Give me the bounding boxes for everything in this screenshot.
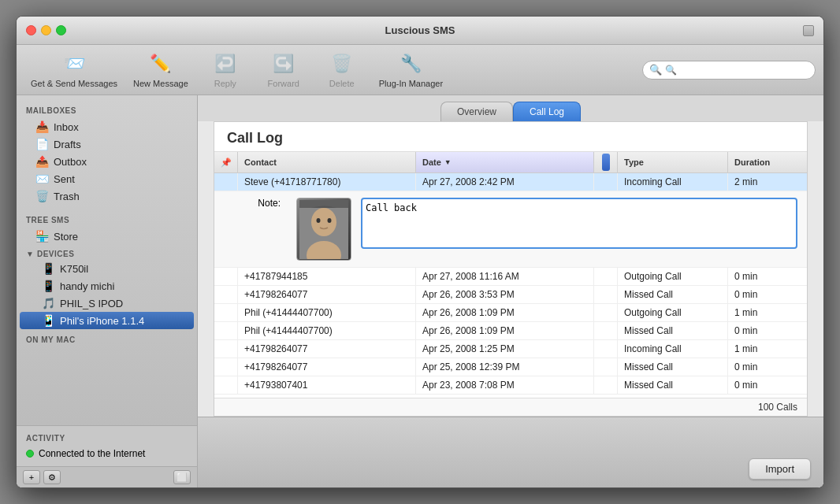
phils-iphone-label: Phil's iPhone 1.1.4 — [60, 315, 144, 327]
col-contact[interactable]: Contact — [238, 152, 416, 172]
handy-michi-icon: 📱 — [42, 280, 55, 292]
delete-label: Delete — [329, 79, 355, 88]
trash-icon: 🗑️ — [35, 190, 49, 202]
delete-button[interactable]: 🗑️ Delete — [314, 48, 370, 91]
forward-button[interactable]: ↪️ Forward — [256, 48, 311, 91]
call-log-area: Call Log 📌 Contact Date — [214, 121, 808, 417]
table-row[interactable]: Steve (+41718771780) Apr 27, 2008 2:42 P… — [214, 173, 807, 191]
window-zoom-control[interactable] — [803, 25, 814, 36]
minimize-button[interactable] — [41, 25, 51, 35]
cell-contact-3: Phil (+41444407700) — [238, 304, 416, 321]
tab-overview[interactable]: Overview — [440, 102, 513, 121]
view-toggle-button[interactable]: ⬜ — [173, 470, 191, 484]
sidebar-item-phil-ipod[interactable]: 🎵 PHIL_S IPOD — [20, 295, 194, 312]
get-send-icon: 📨 — [61, 51, 87, 76]
bottom-panel: Import — [198, 417, 823, 487]
search-input[interactable] — [665, 65, 808, 76]
sidebar-item-inbox[interactable]: 📥 Inbox — [20, 118, 194, 135]
col-pin[interactable]: 📌 — [214, 152, 238, 172]
reply-icon: ↩️ — [213, 51, 238, 76]
tab-overview-label: Overview — [457, 106, 496, 117]
sidebar-item-drafts[interactable]: 📄 Drafts — [20, 135, 194, 153]
add-button[interactable]: + — [23, 470, 40, 484]
table-row[interactable]: Phil (+41444407700) Apr 26, 2008 1:09 PM… — [214, 322, 807, 340]
cell-sort-0 — [594, 173, 618, 191]
col-date[interactable]: Date ▼ — [416, 152, 594, 172]
forward-icon: ↪️ — [271, 51, 296, 76]
sidebar-item-outbox[interactable]: 📤 Outbox — [20, 153, 194, 170]
reply-label: Reply — [214, 79, 236, 88]
note-label-area: Note: — [224, 198, 287, 209]
tab-bar: Overview Call Log — [198, 95, 823, 121]
cell-duration-3: 1 min — [728, 304, 807, 321]
contact-photo — [296, 198, 351, 261]
cell-type-1: Outgoing Call — [618, 268, 728, 285]
sidebar-item-handy-michi[interactable]: 📱 handy michi — [20, 277, 194, 295]
contact-photo-svg — [299, 200, 348, 259]
drafts-label: Drafts — [54, 139, 81, 150]
col-sort-indicator — [594, 152, 618, 172]
maximize-button[interactable] — [56, 25, 66, 35]
activity-status: Connected to the Internet — [39, 448, 145, 459]
cell-sort-5 — [594, 340, 618, 358]
tab-call-log-label: Call Log — [530, 106, 564, 117]
phil-ipod-icon: 🎵 — [42, 297, 55, 309]
table-row[interactable]: +41787944185 Apr 27, 2008 11:16 AM Outgo… — [214, 268, 807, 286]
col-type[interactable]: Type — [618, 152, 728, 172]
pin-icon: 📌 — [221, 158, 232, 168]
sidebar-item-phils-iphone[interactable]: 📱 Phil's iPhone 1.1.4 — [20, 312, 194, 329]
note-textarea[interactable] — [361, 198, 797, 249]
call-log-container: Call Log 📌 Contact Date — [198, 121, 823, 417]
cell-sort-2 — [594, 286, 618, 303]
new-message-button[interactable]: ✏️ New Message — [127, 48, 195, 91]
col-duration[interactable]: Duration — [728, 152, 807, 172]
cell-pin-1 — [214, 268, 238, 285]
phil-ipod-label: PHIL_S IPOD — [60, 298, 123, 309]
svg-point-1 — [311, 208, 336, 236]
contact-header-label: Contact — [244, 158, 277, 167]
sidebar-footer: ACTIVITY Connected to the Internet — [17, 425, 197, 466]
sidebar-item-store[interactable]: 🏪 Store — [20, 228, 194, 245]
tree-sms-header: TREE SMS — [17, 209, 197, 228]
store-icon: 🏪 — [35, 230, 49, 243]
devices-expand-icon: ▼ — [26, 250, 34, 258]
sidebar-item-trash[interactable]: 🗑️ Trash — [20, 187, 194, 205]
call-log-title: Call Log — [214, 122, 807, 152]
cell-duration-6: 0 min — [728, 358, 807, 376]
table-row[interactable]: +41793807401 Apr 23, 2008 7:08 PM Missed… — [214, 376, 807, 395]
import-button[interactable]: Import — [749, 458, 811, 480]
tab-call-log[interactable]: Call Log — [513, 102, 581, 121]
search-bar[interactable]: 🔍 — [642, 61, 816, 80]
cell-contact-7: +41793807401 — [238, 376, 416, 394]
cell-date-6: Apr 25, 2008 12:39 PM — [416, 358, 594, 376]
date-header-label: Date — [422, 158, 441, 167]
toolbar: 📨 Get & Send Messages ✏️ New Message ↩️ … — [17, 45, 823, 95]
activity-header: ACTIVITY — [17, 431, 197, 446]
sidebar-item-sent[interactable]: ✉️ Sent — [20, 170, 194, 187]
trash-label: Trash — [54, 191, 80, 202]
close-button[interactable] — [26, 25, 36, 35]
get-send-label: Get & Send Messages — [31, 79, 117, 88]
settings-button[interactable]: ⚙ — [43, 470, 61, 484]
reply-button[interactable]: ↩️ Reply — [198, 48, 253, 91]
table-row[interactable]: +41798264077 Apr 25, 2008 1:25 PM Incomi… — [214, 340, 807, 358]
sent-icon: ✉️ — [35, 172, 49, 185]
cell-date-3: Apr 26, 2008 1:09 PM — [416, 304, 594, 321]
devices-header: ▼ DEVICES — [17, 245, 197, 260]
cell-type-7: Missed Call — [618, 376, 728, 394]
type-header-label: Type — [624, 158, 644, 167]
table-row[interactable]: +41798264077 Apr 26, 2008 3:53 PM Missed… — [214, 286, 807, 304]
cell-date-5: Apr 25, 2008 1:25 PM — [416, 340, 594, 358]
table-row[interactable]: +41798264077 Apr 25, 2008 12:39 PM Misse… — [214, 358, 807, 376]
cell-date-1: Apr 27, 2008 11:16 AM — [416, 268, 594, 285]
get-send-button[interactable]: 📨 Get & Send Messages — [24, 48, 124, 91]
plugin-manager-icon: 🔧 — [398, 51, 423, 76]
cell-sort-6 — [594, 358, 618, 376]
table-body[interactable]: Steve (+41718771780) Apr 27, 2008 2:42 P… — [214, 173, 807, 398]
inbox-icon: 📥 — [35, 120, 49, 133]
table-row[interactable]: Phil (+41444407700) Apr 26, 2008 1:09 PM… — [214, 304, 807, 322]
sidebar-item-k750il[interactable]: 📱 K750il — [20, 260, 194, 277]
cell-duration-2: 0 min — [728, 286, 807, 303]
plugin-manager-button[interactable]: 🔧 Plug-In Manager — [373, 48, 449, 91]
sent-label: Sent — [54, 173, 75, 185]
